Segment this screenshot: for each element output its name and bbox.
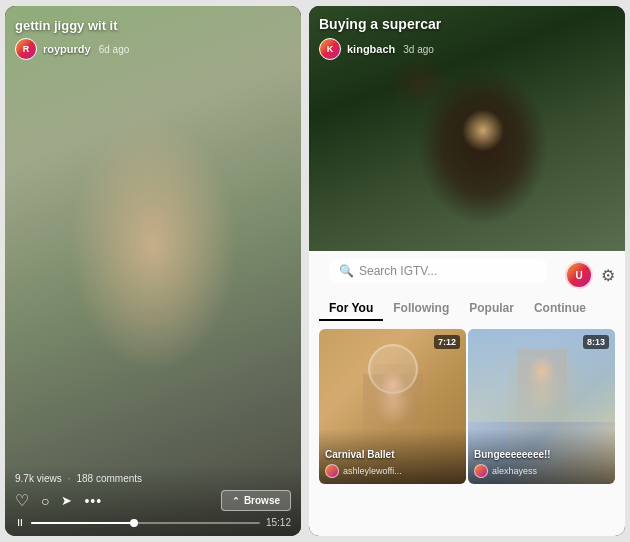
- card-1-avatar: [325, 464, 339, 478]
- search-placeholder: Search IGTV...: [359, 264, 437, 278]
- left-action-buttons: ♡ ○ ➤ •••: [15, 491, 102, 510]
- pause-button[interactable]: ⏸: [15, 517, 25, 528]
- igtv-search-bar[interactable]: 🔍 Search IGTV...: [329, 259, 547, 283]
- right-username[interactable]: kingbach: [347, 43, 395, 55]
- views-stat: 9.7k views: [15, 473, 62, 484]
- left-avatar[interactable]: R: [15, 38, 37, 60]
- more-button[interactable]: •••: [84, 493, 102, 509]
- card-2-avatar: [474, 464, 488, 478]
- tab-continue[interactable]: Continue: [524, 297, 596, 321]
- card-1-title: Carnival Ballet: [325, 449, 460, 460]
- card-1-user-row: ashleylewoffi...: [325, 464, 460, 478]
- igtv-bottom-area: 🔍 Search IGTV... U ⚙ For You Following P…: [309, 251, 625, 536]
- card-2-user-row: alexhayess: [474, 464, 609, 478]
- left-video-title: gettin jiggy wit it: [15, 18, 291, 33]
- browse-button[interactable]: ⌃ Browse: [221, 490, 291, 511]
- igtv-card-2[interactable]: 8:13 Bungeeeeeeee!! alexhayess: [468, 329, 615, 484]
- left-time-ago: 6d ago: [99, 44, 130, 55]
- left-header: gettin jiggy wit it R roypurdy 6d ago: [5, 6, 301, 66]
- stat-separator: ·: [68, 473, 71, 484]
- right-time-ago: 3d ago: [403, 44, 434, 55]
- progress-container: ⏸ 15:12: [15, 517, 291, 528]
- card-2-title: Bungeeeeeeee!!: [474, 449, 609, 460]
- chevron-up-icon: ⌃: [232, 496, 240, 506]
- stats-row: 9.7k views · 188 comments: [15, 473, 291, 484]
- comments-stat: 188 comments: [76, 473, 142, 484]
- right-video-title: Buying a supercar: [319, 16, 615, 32]
- igtv-overlay-top: Buying a supercar K kingbach 3d ago: [309, 6, 625, 66]
- tab-for-you[interactable]: For You: [319, 297, 383, 321]
- left-bottom-controls: 9.7k views · 188 comments ♡ ○ ➤ ••• ⌃ Br…: [5, 465, 301, 536]
- actions-row: ♡ ○ ➤ ••• ⌃ Browse: [15, 490, 291, 511]
- progress-fill: [31, 522, 134, 524]
- card-2-duration: 8:13: [583, 335, 609, 349]
- progress-bar[interactable]: [31, 522, 260, 524]
- settings-icon[interactable]: ⚙: [601, 266, 615, 285]
- tab-popular[interactable]: Popular: [459, 297, 524, 321]
- card-2-info: Bungeeeeeeee!! alexhayess: [468, 429, 615, 484]
- progress-handle[interactable]: [130, 519, 138, 527]
- left-video-background: [5, 6, 301, 536]
- card-1-info: Carnival Ballet ashleylewoffi...: [319, 429, 466, 484]
- card-2-username: alexhayess: [492, 466, 537, 476]
- comment-button[interactable]: ○: [41, 493, 49, 509]
- igtv-card-1[interactable]: 7:12 Carnival Ballet ashleylewoffi...: [319, 329, 466, 484]
- video-duration: 15:12: [266, 517, 291, 528]
- tab-following[interactable]: Following: [383, 297, 459, 321]
- card-1-duration: 7:12: [434, 335, 460, 349]
- igtv-video-grid: 7:12 Carnival Ballet ashleylewoffi...: [309, 329, 625, 484]
- card-1-username: ashleylewoffi...: [343, 466, 402, 476]
- right-avatar[interactable]: K: [319, 38, 341, 60]
- like-button[interactable]: ♡: [15, 491, 29, 510]
- search-icon: 🔍: [339, 264, 354, 278]
- left-username[interactable]: roypurdy: [43, 43, 91, 55]
- igtv-profile-avatar[interactable]: U: [565, 261, 593, 289]
- main-container: gettin jiggy wit it R roypurdy 6d ago 9.…: [5, 6, 625, 536]
- browse-label: Browse: [244, 495, 280, 506]
- share-button[interactable]: ➤: [61, 493, 72, 508]
- igtv-tabs: For You Following Popular Continue: [309, 297, 625, 321]
- right-user-row: K kingbach 3d ago: [319, 38, 615, 60]
- left-user-row: R roypurdy 6d ago: [15, 38, 291, 60]
- igtv-interface: Buying a supercar K kingbach 3d ago 🔍 Se…: [309, 6, 625, 536]
- left-video-panel: gettin jiggy wit it R roypurdy 6d ago 9.…: [5, 6, 301, 536]
- right-video-panel: Buying a supercar K kingbach 3d ago 🔍 Se…: [309, 6, 625, 536]
